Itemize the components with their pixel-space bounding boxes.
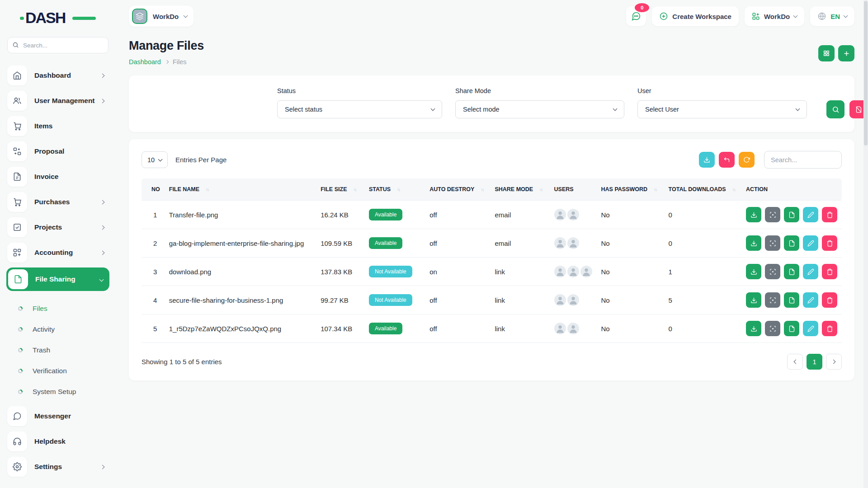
cell-has-password: No: [597, 201, 664, 229]
qr-scan-button[interactable]: [765, 321, 780, 336]
apply-filter-button[interactable]: [826, 100, 844, 118]
cart-icon: [7, 192, 27, 212]
sidebar-item-helpdesk[interactable]: Helpdesk: [7, 431, 108, 452]
pagination-page-1-button[interactable]: 1: [807, 354, 822, 370]
column-header-file-size[interactable]: FILE SIZE: [316, 178, 364, 201]
file-detail-button[interactable]: [784, 321, 799, 336]
filter-card: Status Select status Share Mode Select m…: [129, 75, 854, 132]
sidebar-item-user-management[interactable]: User Management: [7, 90, 108, 111]
export-download-button[interactable]: [699, 152, 715, 168]
cell-no: 3: [142, 258, 165, 286]
pagination-next-button[interactable]: [826, 354, 842, 370]
sidebar-item-label: Invoice: [34, 173, 108, 181]
file-detail-button[interactable]: [784, 207, 799, 222]
delete-button[interactable]: [822, 292, 837, 308]
logo-dot-accent: [20, 17, 24, 20]
sidebar-subitem-verification[interactable]: Verification: [18, 361, 108, 381]
qr-scan-button[interactable]: [765, 207, 780, 222]
user-filter-label: User: [637, 87, 807, 94]
download-file-button[interactable]: [746, 292, 761, 308]
edit-button[interactable]: [803, 292, 818, 308]
sidebar-subitem-files[interactable]: Files: [18, 298, 108, 319]
create-workspace-label: Create Workspace: [672, 13, 731, 20]
entries-per-page-select[interactable]: 10: [142, 151, 168, 168]
breadcrumb-dashboard-link[interactable]: Dashboard: [129, 58, 161, 66]
delete-button[interactable]: [822, 321, 837, 336]
download-file-button[interactable]: [746, 264, 761, 279]
qr-scan-button[interactable]: [765, 292, 780, 308]
edit-button[interactable]: [803, 235, 818, 251]
delete-button[interactable]: [822, 235, 837, 251]
download-file-button[interactable]: [746, 235, 761, 251]
scrollbar-thumb[interactable]: [864, 1, 868, 145]
sidebar-search-input[interactable]: [7, 37, 108, 53]
scrollbar[interactable]: [863, 0, 868, 488]
status-badge: Not Available: [369, 294, 412, 306]
edit-button[interactable]: [803, 264, 818, 279]
cell-file-name: 1_r5Dzp7eZaWQDZxPCsoJQxQ.png: [165, 314, 316, 343]
edit-button[interactable]: [803, 207, 818, 222]
column-header-has-password[interactable]: HAS PASSWORD: [597, 178, 664, 201]
column-header-auto-destroy[interactable]: AUTO DESTROY: [425, 178, 490, 201]
file-detail-button[interactable]: [784, 235, 799, 251]
cell-file-size: 16.24 KB: [316, 201, 364, 229]
sidebar-item-messenger[interactable]: Messenger: [7, 406, 108, 427]
share-mode-select[interactable]: Select mode: [455, 100, 624, 118]
table-row: 3 download.png 137.83 KB Not Available o…: [142, 258, 842, 286]
language-code: EN: [830, 13, 840, 20]
table-row: 2 ga-blog-implement-enterprise-file-shar…: [142, 229, 842, 258]
sidebar-item-proposal[interactable]: Proposal: [7, 141, 108, 162]
sidebar-item-projects[interactable]: Projects: [7, 217, 108, 238]
column-header-total-downloads[interactable]: TOTAL DOWNLOADS: [664, 178, 741, 201]
refresh-button[interactable]: [739, 152, 755, 168]
pagination-prev-button[interactable]: [787, 354, 803, 370]
download-file-button[interactable]: [746, 321, 761, 336]
edit-button[interactable]: [803, 321, 818, 336]
add-file-button[interactable]: [838, 45, 854, 61]
language-selector[interactable]: EN: [810, 6, 854, 26]
sort-icon: [353, 187, 356, 192]
column-header-file-name[interactable]: FILE NAME: [165, 178, 316, 201]
cell-auto-destroy: off: [425, 286, 490, 314]
delete-button[interactable]: [822, 264, 837, 279]
column-header-share-mode[interactable]: SHARE MODE: [490, 178, 549, 201]
qr-scan-button[interactable]: [765, 264, 780, 279]
sidebar-item-items[interactable]: Items: [7, 116, 108, 136]
workspace-selector[interactable]: WorkDo: [129, 6, 193, 27]
brand-logo[interactable]: DASH: [25, 9, 93, 27]
table-row: 1 Transfer-file.png 16.24 KB Available o…: [142, 201, 842, 229]
sidebar-item-accounting[interactable]: Accounting: [7, 242, 108, 263]
table-search-input[interactable]: [764, 151, 842, 169]
sidebar-item-settings[interactable]: Settings: [7, 456, 108, 477]
sidebar-item-invoice[interactable]: Invoice: [7, 166, 108, 187]
sidebar-item-label: File Sharing: [35, 275, 100, 283]
delete-button[interactable]: [822, 207, 837, 222]
sidebar-subitem-system-setup[interactable]: System Setup: [18, 381, 108, 402]
chevron-right-icon: [100, 225, 105, 230]
user-avatar: [567, 266, 579, 277]
download-file-button[interactable]: [746, 207, 761, 222]
sort-icon: [539, 187, 542, 192]
cell-auto-destroy: off: [425, 314, 490, 343]
qr-scan-button[interactable]: [765, 235, 780, 251]
sidebar-subitem-trash[interactable]: Trash: [18, 340, 108, 361]
status-select[interactable]: Select status: [277, 100, 442, 118]
cell-no: 1: [142, 201, 165, 229]
user-avatar: [567, 294, 579, 306]
topbar: WorkDo 0 Create Workspace WorkDo: [129, 4, 854, 29]
file-sharing-submenu: Files Activity Trash Verification System…: [7, 296, 108, 406]
file-detail-button[interactable]: [784, 264, 799, 279]
file-detail-button[interactable]: [784, 292, 799, 308]
undo-button[interactable]: [719, 152, 735, 168]
messages-button[interactable]: 0: [626, 6, 646, 26]
sidebar-item-dashboard[interactable]: Dashboard: [7, 65, 108, 86]
workdo-menu-button[interactable]: WorkDo: [745, 6, 804, 26]
column-header-status[interactable]: STATUS: [364, 178, 425, 201]
user-select[interactable]: Select User: [637, 100, 807, 118]
sidebar-subitem-activity[interactable]: Activity: [18, 319, 108, 340]
sidebar-item-purchases[interactable]: Purchases: [7, 192, 108, 212]
check-square-icon: [7, 217, 27, 237]
create-workspace-button[interactable]: Create Workspace: [652, 6, 739, 26]
sidebar-item-file-sharing[interactable]: File Sharing: [6, 267, 109, 291]
grid-view-button[interactable]: [818, 45, 835, 61]
